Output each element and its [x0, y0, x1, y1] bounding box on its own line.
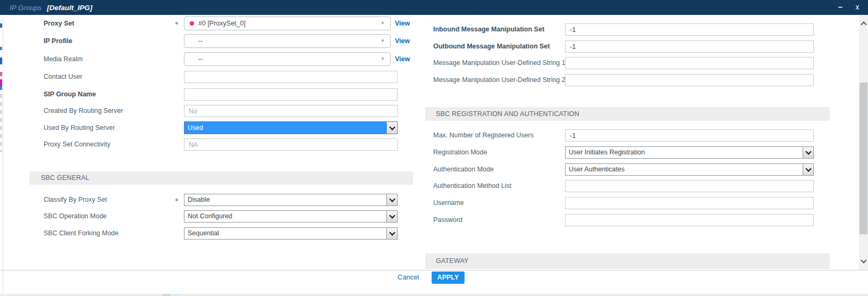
form-row: IP Profile--▼View — [44, 34, 429, 48]
cancel-button[interactable]: Cancel — [398, 271, 419, 284]
chevron-down-icon — [389, 196, 395, 202]
view-link[interactable]: View — [395, 34, 410, 48]
contact-user-input[interactable] — [184, 71, 398, 83]
section-header-gateway: GATEWAY — [425, 253, 830, 269]
background-fragment — [0, 79, 2, 86]
media-realm-dropdown[interactable]: --▼ — [184, 52, 391, 66]
select-dropdown-button[interactable] — [803, 147, 813, 158]
ip-profile-dropdown[interactable]: --▼ — [184, 34, 391, 48]
field-label: Message Manipulation User-Defined String… — [433, 57, 566, 69]
colored-dot-icon — [190, 21, 194, 26]
form-row: Registration ModeUser Initiates Registra… — [433, 146, 846, 159]
form-row: Message Manipulation User-Defined String… — [433, 57, 846, 69]
field-label: Created By Routing Server — [44, 105, 123, 117]
form-row: Proxy Set#0 [ProxySet_0]▼View — [44, 17, 429, 30]
field-label: Proxy Set Connectivity — [44, 138, 111, 151]
classify-by-proxy-set-select[interactable]: Disable — [184, 194, 398, 206]
field-label: Outbound Message Manipulation Set — [433, 40, 550, 53]
form-row: SBC Operation ModeNot Configured — [44, 210, 429, 223]
background-fragment — [0, 86, 2, 90]
registration-mode-select[interactable]: User Initiates Registration — [565, 146, 814, 159]
field-label: Used By Routing Server — [44, 121, 115, 134]
message-manipulation-user-defined-string-1-input[interactable] — [565, 57, 814, 69]
select-dropdown-button[interactable] — [386, 194, 397, 205]
form-row: Contact User — [44, 71, 429, 83]
dropdown-value: -- — [198, 37, 203, 45]
background-fragment — [0, 47, 2, 50]
form-row: Media Realm--▼View — [44, 52, 429, 66]
field-label: Authentication Mode — [433, 163, 494, 176]
used-by-routing-server-select[interactable]: Used — [184, 121, 398, 134]
bottom-page-edge — [0, 294, 868, 296]
field-label: Classify By Proxy Set — [44, 194, 107, 206]
scroll-up-button[interactable] — [859, 18, 868, 29]
chevron-down-icon — [861, 257, 866, 263]
apply-button[interactable]: APPLY — [432, 272, 465, 284]
background-fragment — [162, 294, 171, 296]
dropdown-value: -- — [198, 55, 203, 63]
form-row: Message Manipulation User-Defined String… — [433, 74, 846, 86]
field-label: SIP Group Name — [44, 88, 96, 101]
field-label: Message Manipulation User-Defined String… — [433, 74, 566, 86]
chevron-down-icon — [389, 229, 395, 235]
sbc-operation-mode-select[interactable]: Not Configured — [184, 210, 398, 223]
form-row: SBC Client Forking ModeSequential — [44, 227, 429, 240]
field-label: Media Realm — [44, 52, 83, 66]
scroll-down-button[interactable] — [859, 256, 868, 266]
form-row: Inbound Message Manipulation Set — [433, 23, 846, 36]
username-input[interactable] — [565, 197, 814, 209]
proxy-set-connectivity-input[interactable] — [184, 138, 398, 151]
select-dropdown-button[interactable] — [386, 122, 397, 134]
field-label: Max. Number of Registered Users — [433, 129, 534, 142]
password-input[interactable] — [565, 214, 814, 226]
field-label: SBC Operation Mode — [44, 210, 107, 223]
background-page-sliver — [0, 15, 3, 296]
form-row: Max. Number of Registered Users — [433, 129, 846, 142]
select-value: User Initiates Registration — [569, 147, 645, 158]
form-row: Authentication ModeUser Authenticates — [433, 163, 846, 176]
dialog-title: IP Groups — [10, 4, 41, 12]
field-label: Password — [433, 214, 462, 226]
proxy-set-dropdown[interactable]: #0 [ProxySet_0]▼ — [184, 17, 391, 30]
dialog-title-instance: [Default_IPG] — [47, 4, 92, 12]
field-label: Username — [433, 197, 464, 209]
required-dot-icon — [175, 199, 178, 201]
field-label: IP Profile — [44, 34, 72, 48]
dropdown-arrow-icon: ▼ — [381, 21, 385, 26]
select-dropdown-button[interactable] — [803, 164, 813, 175]
field-label: SBC Client Forking Mode — [44, 227, 119, 240]
chevron-up-icon — [861, 21, 866, 27]
vertical-scrollbar[interactable] — [859, 15, 868, 270]
view-link[interactable]: View — [395, 52, 410, 66]
minimize-button[interactable]: – — [834, 0, 847, 15]
chevron-down-icon — [389, 124, 395, 130]
sip-group-name-input[interactable] — [184, 88, 398, 101]
created-by-routing-server-input[interactable] — [184, 105, 398, 117]
form-row: Used By Routing ServerUsed — [44, 121, 429, 134]
chevron-down-icon — [805, 149, 811, 154]
background-fragment — [0, 94, 2, 152]
authentication-mode-select[interactable]: User Authenticates — [565, 163, 814, 176]
view-link[interactable]: View — [395, 17, 410, 30]
inbound-message-manipulation-set-input[interactable] — [565, 23, 814, 36]
sbc-client-forking-mode-select[interactable]: Sequential — [184, 227, 398, 240]
field-label: Inbound Message Manipulation Set — [433, 23, 544, 36]
form-row: Authentication Method List — [433, 180, 846, 192]
background-fragment — [172, 294, 180, 296]
select-dropdown-button[interactable] — [386, 228, 397, 239]
chevron-down-icon — [805, 166, 811, 171]
background-fragment — [0, 23, 2, 28]
message-manipulation-user-defined-string-2-input[interactable] — [565, 74, 814, 86]
outbound-message-manipulation-set-input[interactable] — [565, 40, 814, 53]
select-value: Not Configured — [188, 211, 232, 222]
authentication-method-list-input[interactable] — [565, 180, 814, 192]
max-number-of-registered-users-input[interactable] — [565, 129, 814, 142]
required-dot-icon — [175, 22, 178, 24]
footer-divider — [0, 270, 868, 270]
scrollbar-thumb[interactable] — [859, 83, 867, 234]
select-dropdown-button[interactable] — [386, 211, 397, 222]
form-row: Created By Routing Server — [44, 105, 429, 117]
select-value: Sequential — [188, 228, 219, 239]
close-button[interactable]: x — [851, 0, 864, 15]
form-row: Proxy Set Connectivity — [44, 138, 429, 151]
